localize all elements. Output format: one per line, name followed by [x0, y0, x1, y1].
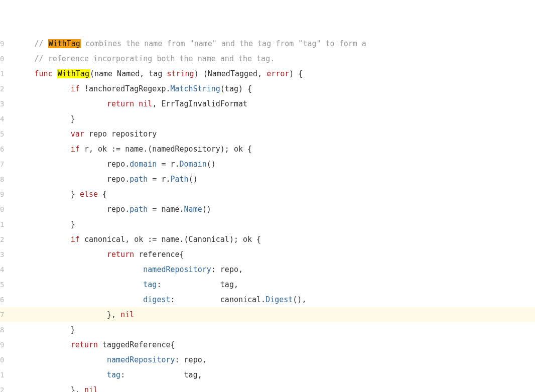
code-token: if: [71, 145, 80, 154]
line-number: 9: [0, 36, 9, 51]
code-token: }: [16, 220, 75, 229]
code-content: }: [9, 217, 535, 232]
code-token: Domain: [180, 160, 207, 169]
code-token: return: [71, 340, 98, 349]
code-token: }: [16, 325, 75, 334]
code-line: 8 }: [0, 322, 535, 337]
code-token: [16, 250, 107, 259]
code-token: [16, 99, 107, 108]
code-token: domain: [129, 160, 157, 169]
line-number: 8: [0, 322, 9, 337]
code-content: tag: tag,: [9, 367, 535, 382]
line-number: 3: [0, 247, 9, 262]
code-token: }: [16, 190, 79, 199]
code-token: repo.: [16, 175, 129, 184]
code-token: },: [16, 385, 84, 392]
code-token: WithTag: [48, 39, 81, 48]
code-token: return: [107, 250, 134, 259]
code-token: var: [71, 129, 84, 139]
line-number: 0: [0, 51, 9, 66]
code-token: : repo,: [175, 355, 207, 364]
code-line: 2 if canonical, ok := name.(Canonical); …: [0, 232, 535, 247]
code-line: 5 tag: tag,: [0, 277, 535, 292]
code-token: : tag,: [157, 280, 238, 289]
code-token: [16, 280, 143, 289]
line-number: 9: [0, 187, 9, 202]
code-token: nil: [120, 310, 134, 319]
code-token: Digest: [265, 295, 293, 304]
code-token: (): [207, 160, 216, 169]
code-line: 8 repo.path = r.Path(): [0, 172, 535, 187]
code-token: repo.: [16, 160, 129, 169]
code-token: path: [129, 205, 148, 214]
code-token: : canonical.: [171, 295, 266, 304]
line-number: 2: [0, 382, 9, 392]
code-token: nil: [139, 99, 152, 108]
code-token: = r.: [148, 175, 170, 184]
code-token: , ErrTagInvalidFormat: [152, 99, 247, 108]
line-number: 1: [0, 217, 9, 232]
code-content: }, nil: [9, 382, 535, 392]
code-token: digest: [143, 295, 170, 304]
code-content: namedRepository: repo,: [9, 262, 535, 277]
code-line: 3 return nil, ErrTagInvalidFormat: [0, 96, 535, 111]
code-token: [16, 370, 107, 379]
code-content: digest: canonical.Digest(),: [9, 292, 535, 307]
code-content: namedRepository: repo,: [9, 352, 535, 367]
line-number: 8: [0, 172, 9, 187]
code-token: repo repository: [84, 129, 157, 139]
code-content: } else {: [9, 187, 535, 202]
code-content: if !anchoredTagRegexp.MatchString(tag) {: [9, 81, 535, 96]
line-number: 6: [0, 142, 9, 157]
code-content: }: [9, 111, 535, 126]
code-token: (name Named, tag: [90, 69, 167, 78]
code-token: // reference incorporating both the name…: [35, 54, 275, 63]
code-token: [16, 265, 143, 274]
code-token: MatchString: [171, 84, 220, 93]
line-number: 6: [0, 292, 9, 307]
line-number: 9: [0, 337, 9, 352]
code-content: repo.path = r.Path(): [9, 172, 535, 187]
code-token: [16, 129, 70, 139]
code-token: reference{: [134, 250, 184, 259]
code-line: 1 func WithTag(name Named, tag string) (…: [0, 66, 535, 81]
code-token: [53, 69, 57, 78]
code-viewer: 9 // WithTag combines the name from "nam…: [0, 36, 535, 392]
code-line: 9 return taggedReference{: [0, 337, 535, 352]
code-token: repo.: [16, 205, 129, 214]
line-number: 0: [0, 202, 9, 217]
code-token: ) (NamedTagged,: [194, 69, 267, 78]
code-token: [16, 84, 70, 93]
code-token: else: [80, 190, 98, 199]
code-token: (),: [293, 295, 306, 304]
code-token: [16, 295, 143, 304]
code-token: canonical, ok := name.(Canonical); ok {: [80, 235, 261, 244]
code-line: 1 tag: tag,: [0, 367, 535, 382]
line-number: 5: [0, 277, 9, 292]
code-token: ) {: [289, 69, 303, 78]
code-content: // WithTag combines the name from "name"…: [9, 36, 535, 51]
line-number: 7: [0, 307, 9, 322]
code-token: nil: [84, 385, 98, 392]
line-number: 7: [0, 157, 9, 172]
code-token: }: [16, 114, 75, 123]
code-token: //: [35, 39, 48, 48]
code-token: r, ok := name.(namedRepository); ok {: [80, 145, 252, 154]
code-line: 4 }: [0, 111, 535, 126]
line-number: 2: [0, 232, 9, 247]
code-token: : repo,: [211, 265, 243, 274]
line-number: 5: [0, 126, 9, 142]
code-content: return taggedReference{: [9, 337, 535, 352]
code-token: [16, 355, 107, 364]
code-token: [16, 145, 70, 154]
line-number: 4: [0, 262, 9, 277]
code-token: string: [167, 69, 194, 78]
line-number: 4: [0, 111, 9, 126]
code-line: 1 }: [0, 217, 535, 232]
code-token: },: [16, 310, 120, 319]
code-token: [134, 99, 139, 108]
code-line: 7 }, nil: [0, 307, 535, 322]
code-line: 0 // reference incorporating both the na…: [0, 51, 535, 66]
code-content: repo.path = name.Name(): [9, 202, 535, 217]
code-line: 7 repo.domain = r.Domain(): [0, 157, 535, 172]
